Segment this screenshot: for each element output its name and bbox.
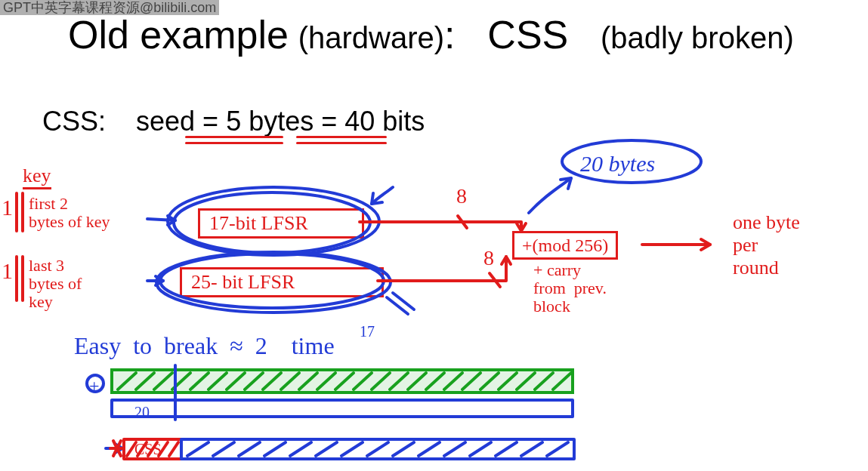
bar-css-label: CSS <box>134 441 162 458</box>
title-hardware: (hardware) <box>298 21 444 54</box>
label-first2bytes: first 2 bytes of key <box>29 195 110 231</box>
title-colon: : <box>444 13 455 57</box>
bar-20-label: 20 <box>134 404 150 421</box>
label-last3bytes: last 3 bytes of key <box>29 257 82 311</box>
title-css: CSS <box>487 13 568 57</box>
title-line: Old example (hardware): CSS (badly broke… <box>68 12 794 57</box>
svg-rect-6 <box>112 400 573 417</box>
seed-css: CSS: <box>42 106 106 137</box>
lfsr25-box: 25- bit LFSR <box>180 267 384 297</box>
title-badly-broken: (badly broken) <box>601 21 794 54</box>
label-8-bot: 8 <box>483 246 494 270</box>
prefix-1-top: 1 <box>2 195 13 220</box>
slide: GPT中英字幕课程资源@bilibili.com Old example (ha… <box>0 0 868 471</box>
underline-5bytes <box>185 134 283 145</box>
seed-line: CSS: seed = 5 bytes = 40 bits <box>42 106 425 137</box>
mod256-box: +(mod 256) <box>512 231 618 260</box>
label-one-byte-per-round: one byte per round <box>733 211 800 279</box>
label-8-top: 8 <box>456 184 467 208</box>
text-exp17: 17 <box>360 323 375 340</box>
plus-circle-label: + <box>89 376 100 396</box>
label-20bytes: 20 bytes <box>580 151 655 177</box>
label-key: key <box>23 165 51 189</box>
underline-40bits <box>296 134 387 145</box>
svg-rect-9 <box>181 439 574 459</box>
text-easy-to-break: Easy to break ≈ 2 time <box>74 332 335 360</box>
label-carry: + carry from prev. block <box>533 261 607 316</box>
seed-text: seed = 5 bytes = 40 bits <box>136 106 425 137</box>
svg-rect-5 <box>112 370 573 392</box>
title-old-example: Old example <box>68 13 289 57</box>
lfsr17-box: 17-bit LFSR <box>198 208 364 239</box>
prefix-1-bot: 1 <box>2 258 13 284</box>
